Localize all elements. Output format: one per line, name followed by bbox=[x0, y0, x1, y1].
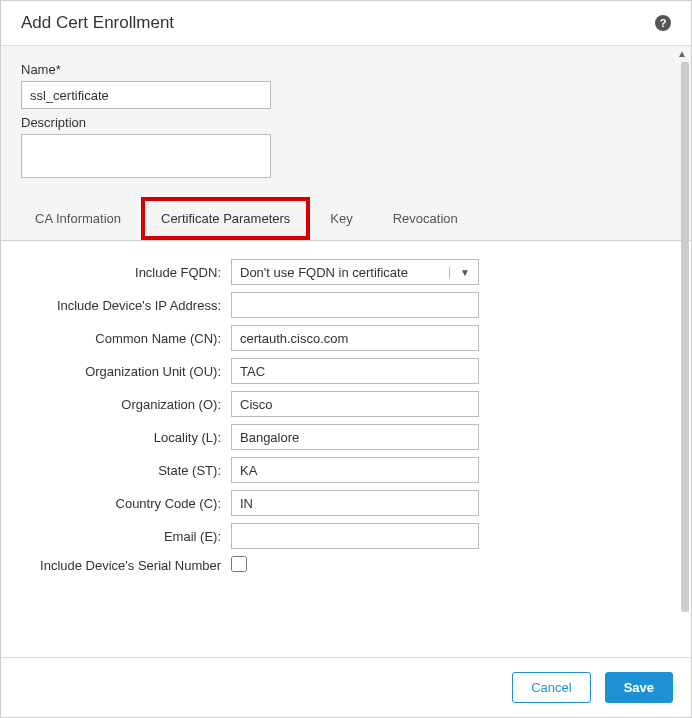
country-code-input[interactable] bbox=[231, 490, 479, 516]
name-label: Name* bbox=[21, 62, 671, 77]
tab-revocation[interactable]: Revocation bbox=[373, 197, 478, 240]
include-fqdn-select[interactable]: Don't use FQDN in certificate ▼ bbox=[231, 259, 479, 285]
state-input[interactable] bbox=[231, 457, 479, 483]
include-ip-label: Include Device's IP Address: bbox=[21, 298, 231, 313]
dialog-body: ▲ Name* Description CA Information Certi… bbox=[1, 45, 691, 657]
save-button[interactable]: Save bbox=[605, 672, 673, 703]
row-state: State (ST): bbox=[21, 457, 671, 483]
include-fqdn-label: Include FQDN: bbox=[21, 265, 231, 280]
row-organization-unit: Organization Unit (OU): bbox=[21, 358, 671, 384]
tab-certificate-parameters[interactable]: Certificate Parameters bbox=[141, 197, 310, 240]
row-organization: Organization (O): bbox=[21, 391, 671, 417]
scroll-up-icon[interactable]: ▲ bbox=[677, 48, 687, 59]
help-icon[interactable]: ? bbox=[655, 15, 671, 31]
row-serial-number: Include Device's Serial Number bbox=[21, 556, 671, 575]
tab-content-certificate-parameters: Include FQDN: Don't use FQDN in certific… bbox=[1, 241, 691, 657]
include-fqdn-value: Don't use FQDN in certificate bbox=[240, 265, 408, 280]
description-input[interactable] bbox=[21, 134, 271, 178]
tabs: CA Information Certificate Parameters Ke… bbox=[1, 197, 691, 241]
serial-number-checkbox[interactable] bbox=[231, 556, 247, 572]
description-label: Description bbox=[21, 115, 671, 130]
common-name-input[interactable] bbox=[231, 325, 479, 351]
organization-unit-label: Organization Unit (OU): bbox=[21, 364, 231, 379]
email-label: Email (E): bbox=[21, 529, 231, 544]
row-email: Email (E): bbox=[21, 523, 671, 549]
email-input[interactable] bbox=[231, 523, 479, 549]
tab-ca-information[interactable]: CA Information bbox=[15, 197, 141, 240]
dialog-header: Add Cert Enrollment ? bbox=[1, 1, 691, 45]
country-code-label: Country Code (C): bbox=[21, 496, 231, 511]
serial-number-label: Include Device's Serial Number bbox=[21, 558, 231, 573]
organization-input[interactable] bbox=[231, 391, 479, 417]
row-locality: Locality (L): bbox=[21, 424, 671, 450]
include-ip-input[interactable] bbox=[231, 292, 479, 318]
organization-unit-input[interactable] bbox=[231, 358, 479, 384]
dialog-footer: Cancel Save bbox=[1, 657, 691, 717]
tab-key[interactable]: Key bbox=[310, 197, 372, 240]
row-common-name: Common Name (CN): bbox=[21, 325, 671, 351]
state-label: State (ST): bbox=[21, 463, 231, 478]
row-country-code: Country Code (C): bbox=[21, 490, 671, 516]
cancel-button[interactable]: Cancel bbox=[512, 672, 590, 703]
add-cert-enrollment-dialog: Add Cert Enrollment ? ▲ Name* Descriptio… bbox=[0, 0, 692, 718]
name-input[interactable] bbox=[21, 81, 271, 109]
locality-input[interactable] bbox=[231, 424, 479, 450]
locality-label: Locality (L): bbox=[21, 430, 231, 445]
vertical-scrollbar[interactable] bbox=[681, 62, 689, 612]
top-fields: Name* Description bbox=[1, 46, 691, 197]
row-include-fqdn: Include FQDN: Don't use FQDN in certific… bbox=[21, 259, 671, 285]
dialog-title: Add Cert Enrollment bbox=[21, 13, 174, 33]
common-name-label: Common Name (CN): bbox=[21, 331, 231, 346]
row-include-ip: Include Device's IP Address: bbox=[21, 292, 671, 318]
organization-label: Organization (O): bbox=[21, 397, 231, 412]
chevron-down-icon: ▼ bbox=[449, 267, 470, 278]
